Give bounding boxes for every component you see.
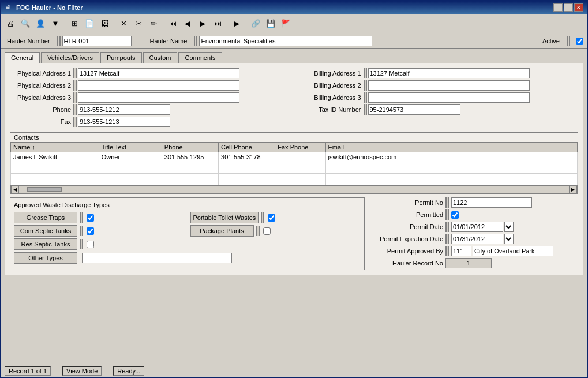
active-checkbox[interactable] <box>576 38 583 45</box>
res-septic-checkbox[interactable] <box>87 241 94 248</box>
toolbar: 🖨 🔍 👤 ▼ ⊞ 📄 🖼 ✕ ✂ ✏ ⏮ ◀ ▶ ⏭ ▶ 🔗 💾 🚩 <box>1 14 587 33</box>
contact-email: jswikitt@enrirospec.com <box>325 152 577 162</box>
permit-no-input[interactable] <box>451 197 532 208</box>
flag-button[interactable]: 🚩 <box>279 17 293 31</box>
fax-input[interactable] <box>78 117 170 127</box>
prev-record-button[interactable]: ◀ <box>181 17 194 31</box>
phone-label: Phone <box>10 106 73 113</box>
billing-address-3-input[interactable] <box>368 92 530 103</box>
col-name[interactable]: Name ↑ <box>11 143 99 152</box>
next-record-button[interactable]: ▶ <box>196 17 209 31</box>
billing-address-1-input[interactable] <box>368 68 530 78</box>
hauler-number-input[interactable] <box>62 36 132 46</box>
header-row: Hauler Number Hauler Name Active <box>1 33 587 49</box>
cut-button[interactable]: ✂ <box>132 17 145 31</box>
permit-section: Permit No Permitted <box>370 197 578 270</box>
maximize-button[interactable]: □ <box>564 3 573 12</box>
col-title[interactable]: Title Text <box>99 143 162 152</box>
hauler-record-no-label: Hauler Record No <box>370 260 445 267</box>
scroll-left-button[interactable]: ◀ <box>11 185 19 193</box>
tab-pumpouts[interactable]: Pumpouts <box>100 52 142 63</box>
grid-button[interactable]: ⊞ <box>68 17 81 31</box>
print-button[interactable]: 🖨 <box>3 17 17 31</box>
col-email[interactable]: Email <box>325 143 577 152</box>
permit-date-input[interactable] <box>451 222 503 232</box>
com-septic-checkbox[interactable] <box>87 227 94 235</box>
contacts-scroll[interactable]: Name ↑ Title Text Phone Cell Phone Fax P… <box>10 142 578 185</box>
tab-general[interactable]: General <box>5 52 40 63</box>
other-types-button[interactable]: Other Types <box>14 252 77 264</box>
tax-id-input[interactable] <box>368 104 460 115</box>
hauler-number-marker <box>57 36 61 46</box>
physical-address-2-input[interactable] <box>78 80 239 91</box>
minimize-button[interactable]: _ <box>553 3 563 12</box>
scroll-right-button[interactable]: ▶ <box>569 185 577 193</box>
contact-row-empty2 <box>11 174 578 185</box>
permit-expiration-row: Permit Expiration Date ▼ <box>370 234 578 244</box>
permit-date-label: Permit Date <box>370 223 445 230</box>
contact-row: James L Swikitt Owner 301-555-1295 301-5… <box>11 152 578 162</box>
permit-approved-by-name-input[interactable] <box>473 246 553 256</box>
permitted-marker <box>445 209 449 220</box>
com-septic-button[interactable]: Com Septic Tanks <box>14 225 77 237</box>
delete-button[interactable]: ✕ <box>117 17 130 31</box>
col-fax[interactable]: Fax Phone <box>275 143 325 152</box>
image-button[interactable]: 🖼 <box>98 17 111 31</box>
billing-address-2-input[interactable] <box>368 80 530 91</box>
hauler-name-label: Hauler Name <box>148 37 190 45</box>
grease-traps-button[interactable]: Grease Traps <box>14 212 77 223</box>
col-cell[interactable]: Cell Phone <box>219 143 275 152</box>
contact-fax <box>275 152 325 162</box>
doc-button[interactable]: 📄 <box>83 17 96 31</box>
tabs: General Vehicles/Drivers Pumpouts Custom… <box>1 49 587 63</box>
hauler-record-no-input[interactable] <box>445 258 492 268</box>
physical-address-3-input[interactable] <box>78 92 239 103</box>
contacts-section: Contacts Name ↑ Title Text Phone Cell Ph… <box>10 132 578 194</box>
save-button[interactable]: 💾 <box>264 17 278 31</box>
waste-item-package-plants: Package Plants <box>190 225 361 237</box>
tab-vehicles-drivers[interactable]: Vehicles/Drivers <box>41 52 99 63</box>
play-button[interactable]: ▶ <box>230 17 244 31</box>
portable-toilet-button[interactable]: Portable Toilet Wastes <box>190 212 259 223</box>
col-phone[interactable]: Phone <box>162 143 218 152</box>
separator-4 <box>227 18 227 29</box>
tab-custom[interactable]: Custom <box>143 52 178 63</box>
waste-grid: Grease Traps Portable Toilet Wastes <box>14 212 361 250</box>
last-record-button[interactable]: ⏭ <box>211 17 224 31</box>
horizontal-scrollbar[interactable]: ◀ ▶ <box>10 185 578 193</box>
other-types-row: Other Types <box>14 252 361 264</box>
first-record-button[interactable]: ⏮ <box>166 17 179 31</box>
physical-address-2-label: Physical Address 2 <box>10 82 73 89</box>
dropdown-button[interactable]: ▼ <box>48 17 62 31</box>
permitted-checkbox[interactable] <box>451 211 459 219</box>
scroll-thumb[interactable] <box>27 187 62 192</box>
empty-cell <box>162 174 218 185</box>
permit-approved-by-id-input[interactable] <box>451 246 471 256</box>
portable-toilet-checkbox[interactable] <box>268 214 275 222</box>
physical-address-section: Physical Address 1 Physical Address 2 <box>10 68 289 129</box>
physical-address-3-label: Physical Address 3 <box>10 94 73 101</box>
other-types-input[interactable] <box>82 253 232 263</box>
edit-button[interactable]: ✏ <box>147 17 160 31</box>
tab-comments[interactable]: Comments <box>178 52 222 63</box>
fax-row: Fax <box>10 117 289 127</box>
address-section: Physical Address 1 Physical Address 2 <box>10 68 578 129</box>
tax-id-label: Tax ID Number <box>300 106 364 113</box>
link-button[interactable]: 🔗 <box>249 17 263 31</box>
permit-expiration-dropdown[interactable]: ▼ <box>504 234 514 244</box>
close-button[interactable]: ✕ <box>574 3 583 12</box>
package-plants-checkbox[interactable] <box>263 227 271 235</box>
phys1-marker <box>73 68 77 78</box>
empty-cell <box>219 174 275 185</box>
permit-date-row: Permit Date ▼ <box>370 222 578 232</box>
search-button[interactable]: 🔍 <box>18 17 32 31</box>
res-septic-button[interactable]: Res Septic Tanks <box>14 238 77 250</box>
phone-input[interactable] <box>78 104 170 115</box>
grease-traps-checkbox[interactable] <box>87 214 94 222</box>
physical-address-1-input[interactable] <box>78 68 239 78</box>
user-button[interactable]: 👤 <box>33 17 47 31</box>
hauler-name-input[interactable] <box>199 36 372 46</box>
permit-date-dropdown[interactable]: ▼ <box>504 222 514 232</box>
package-plants-button[interactable]: Package Plants <box>190 225 254 237</box>
permit-expiration-input[interactable] <box>451 234 503 244</box>
